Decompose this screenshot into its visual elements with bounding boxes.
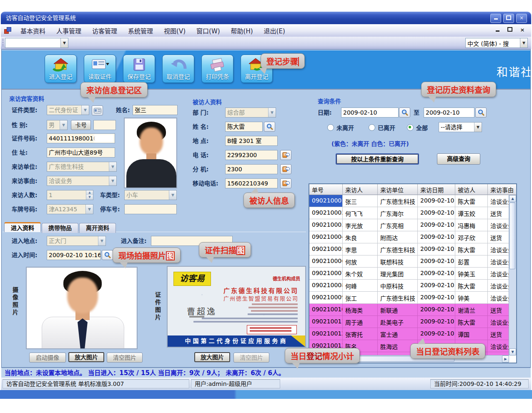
place-field[interactable]: B幢 2301 室 — [225, 136, 278, 146]
search-person-button[interactable] — [264, 122, 275, 132]
table-cell[interactable]: 2009-02-10 — [418, 195, 455, 207]
table-cell[interactable]: 朱个奴 — [343, 268, 378, 280]
table-cell[interactable]: 广东德生科技 — [378, 243, 418, 255]
table-cell[interactable]: 周于通 — [343, 316, 378, 328]
vscroll-thumb[interactable] — [509, 203, 515, 269]
column-header[interactable]: 来访人 — [343, 184, 378, 195]
date-to-picker-button[interactable] — [475, 108, 487, 118]
notify-ext-button[interactable] — [280, 164, 291, 174]
address-field[interactable]: 广州市中山大道89号 — [47, 148, 115, 158]
visit-company-select[interactable]: 广东德生科技▼ — [47, 162, 117, 172]
table-cell[interactable]: 钟美 — [455, 292, 488, 304]
cert-no-field[interactable]: 4401111980010 — [47, 133, 115, 143]
date-from-picker-button[interactable] — [399, 108, 410, 118]
card-no-field[interactable] — [93, 120, 116, 130]
table-cell[interactable]: 理光集团 — [378, 268, 418, 280]
table-cell[interactable]: 谢清兰 — [455, 304, 488, 316]
title-bar[interactable]: 访客自动登记安全管理系统 × — [1, 12, 531, 24]
table-cell[interactable]: 洽谈业务 — [488, 268, 509, 280]
tab-enter-info[interactable]: 进入资料 — [4, 222, 41, 232]
table-cell[interactable]: 送货 — [488, 207, 509, 219]
column-header[interactable]: 来访单位 — [378, 184, 418, 195]
table-row[interactable]: 090210001张三广东德生科技2009-02-10陈大雷洽谈业务 — [309, 195, 509, 207]
table-cell[interactable]: 2009-02-10 — [418, 231, 455, 243]
table-cell[interactable]: 洽谈业务 — [488, 340, 509, 352]
table-cell[interactable]: 广东德生科技 — [378, 292, 418, 304]
scroll-down-icon[interactable]: ▼ — [509, 348, 516, 355]
table-cell[interactable]: 2009-02-10 — [418, 268, 455, 280]
print-receipt-button[interactable]: 打印凭条 — [201, 55, 233, 83]
clear-photo-button[interactable]: 清空图片 — [107, 353, 143, 363]
menu-item-hr[interactable]: 人事管理 — [51, 26, 87, 35]
filter-select[interactable]: --请选择▼ — [439, 122, 482, 132]
mdi-minimize-button[interactable] — [493, 26, 502, 34]
table-row[interactable]: 090210007朱个奴理光集团2009-02-10钟美玉洽谈业务 — [309, 268, 509, 280]
table-cell[interactable]: 090210004 — [309, 231, 343, 243]
table-cell[interactable]: 杨海类 — [343, 304, 378, 316]
menu-item-help[interactable]: 帮助(H) — [226, 26, 258, 35]
table-row[interactable]: 090210004朱良附而达2009-02-10邓子欣送货 — [309, 231, 509, 243]
spin-down-icon[interactable]: ▼ — [86, 195, 93, 200]
enter-register-button[interactable]: 进入登记 — [45, 55, 77, 83]
table-cell[interactable]: 富士通 — [378, 328, 418, 340]
menu-item-system[interactable]: 系统管理 — [123, 26, 158, 35]
mdi-restore-button[interactable] — [505, 26, 514, 34]
table-cell[interactable]: 090210008 — [309, 280, 343, 292]
enter-time-picker-button[interactable] — [102, 250, 113, 260]
radio-not-left[interactable]: 未离开 — [327, 123, 354, 132]
table-cell[interactable]: 2009-02-10 — [418, 255, 455, 268]
read-card-icon-button[interactable] — [92, 105, 103, 115]
menu-item-visitor[interactable]: 访客管理 — [87, 26, 123, 35]
visit-reason-select[interactable]: 洽谈业务▼ — [47, 176, 117, 186]
radio-left[interactable]: 已离开 — [369, 123, 395, 132]
table-cell[interactable]: 洽谈业务 — [488, 280, 509, 292]
start-camera-button[interactable]: 启动摄像 — [29, 353, 66, 363]
quick-combo[interactable]: ▼ — [5, 38, 68, 48]
scroll-up-icon[interactable]: ▲ — [509, 195, 516, 202]
table-cell[interactable]: 李光放 — [343, 219, 378, 231]
table-cell[interactable]: 洽谈业务 — [488, 292, 509, 304]
visitor-name-field[interactable]: 张三 — [133, 105, 178, 115]
table-cell[interactable]: 090210002 — [309, 207, 343, 219]
table-cell[interactable]: 何峰 — [343, 280, 378, 292]
table-cell[interactable]: 附而达 — [378, 231, 418, 243]
scroll-right-icon[interactable]: ▶ — [502, 355, 509, 363]
table-cell[interactable]: 090210007 — [309, 268, 343, 280]
column-header[interactable]: 单号 — [309, 184, 343, 195]
table-cell[interactable]: 洽谈业务 — [488, 316, 509, 328]
cert-type-select[interactable]: 二代身份证▼ — [47, 105, 89, 115]
table-cell[interactable]: 090210003 — [309, 219, 343, 231]
table-cell[interactable]: 090210011 — [309, 316, 343, 328]
visited-name-field[interactable]: 陈大雷 — [225, 122, 263, 132]
table-row[interactable]: 090210010杨海类新联通2009-02-10谢清兰送货 — [309, 304, 509, 316]
table-cell[interactable]: 张工 — [343, 292, 378, 304]
chevron-down-icon[interactable]: ▼ — [520, 38, 527, 48]
table-row[interactable]: 090210008何峰中原科技2009-02-10陈大雷洽谈业务 — [309, 280, 509, 292]
table-cell[interactable]: 广东亮相 — [378, 219, 418, 231]
advanced-query-button[interactable]: 高级查询 — [437, 153, 480, 165]
people-count-stepper[interactable]: 1 ▲▼ — [47, 190, 93, 200]
vertical-scrollbar[interactable]: ▲ ▼ — [509, 195, 516, 355]
column-header[interactable]: 来访事由 — [488, 184, 517, 195]
table-cell[interactable]: 2009-02-10 — [418, 219, 455, 231]
tab-leave-info[interactable]: 离开资料 — [79, 223, 116, 233]
table-cell[interactable]: 2009-02-10 — [418, 207, 455, 219]
table-cell[interactable]: 谭国 — [455, 328, 488, 340]
close-button[interactable]: × — [516, 14, 527, 23]
table-cell[interactable]: 冯惠梅 — [455, 219, 488, 231]
mdi-close-button[interactable]: × — [518, 26, 527, 34]
table-row[interactable]: 090210006何放联想科技2009-02-10彭置洽谈业务 — [309, 255, 509, 268]
table-cell[interactable]: 联想科技 — [378, 255, 418, 268]
table-cell[interactable]: 洽谈业务 — [488, 243, 509, 255]
menu-item-basic[interactable]: 基本资料 — [15, 26, 51, 35]
table-cell[interactable]: 陈大雷 — [455, 243, 488, 255]
enter-time-field[interactable]: 2009-02-10 10:16 — [47, 250, 101, 260]
table-cell[interactable]: 洽谈业务 — [488, 219, 509, 231]
table-cell[interactable]: 090210001 — [309, 195, 343, 207]
table-row[interactable]: 090210005李思广东德生科技2009-02-10陈大雷洽谈业务 — [309, 243, 509, 255]
toolbar-grip[interactable] — [2, 39, 4, 47]
menu-item-window[interactable]: 窗口(W) — [191, 26, 226, 35]
table-cell[interactable]: 谭玉姣 — [455, 207, 488, 219]
language-bar[interactable]: 中文 (简体) - 搜 ▼ — [465, 38, 528, 48]
table-cell[interactable]: 洽谈业务 — [488, 255, 509, 268]
